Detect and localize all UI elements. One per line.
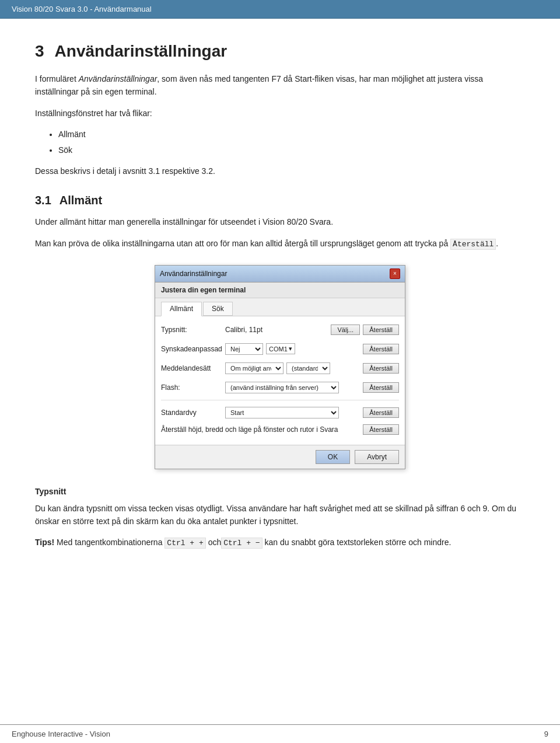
chapter-number: 3 xyxy=(35,42,44,60)
tips-label: Tips! xyxy=(35,538,54,547)
main-content: 3Användarinställningar I formuläret Anvä… xyxy=(0,19,560,605)
ok-button[interactable]: OK xyxy=(316,450,350,464)
control-meddelande: Om möjligt använd (standard) Återställ xyxy=(225,362,399,374)
label-typsnitt: Typsnitt: xyxy=(161,326,225,334)
row-flash: Flash: (använd inställning från server) … xyxy=(161,380,399,395)
row-meddelande: Meddelandesätt Om möjligt använd (standa… xyxy=(161,361,399,376)
cancel-button[interactable]: Avbryt xyxy=(355,450,399,464)
row-standardvy: Standardvy Start Återställ xyxy=(161,405,399,420)
dialog-box: Användarinställningar × Justera din egen… xyxy=(155,265,405,469)
flash-reset-button[interactable]: Återställ xyxy=(363,382,399,393)
subsection-typsnitt-label: Typsnitt xyxy=(35,487,525,496)
control-synskada: Nej COM1 ▾ Återställ xyxy=(225,343,399,355)
synskada-select[interactable]: Nej xyxy=(225,343,263,355)
intro-para-1: I formuläret Användarinställningar, som … xyxy=(35,72,525,99)
dialog-separator xyxy=(161,400,399,400)
standardvy-reset-button[interactable]: Återställ xyxy=(363,407,399,418)
footer-bar: Enghouse Interactive - Vision 9 xyxy=(0,724,560,743)
dialog-body: Typsnitt: Calibri, 11pt Välj... Återstäl… xyxy=(155,316,405,445)
typsnitt-reset-button[interactable]: Återställ xyxy=(363,325,399,335)
dialog-container: Användarinställningar × Justera din egen… xyxy=(35,265,525,469)
bullet-sok: Sök xyxy=(58,144,525,156)
standardvy-select[interactable]: Start xyxy=(225,407,339,418)
dialog-tabs: Allmänt Sök xyxy=(155,298,405,316)
label-standardvy: Standardvy xyxy=(161,409,225,417)
section-31-title: 3.1Allmänt xyxy=(35,194,525,207)
label-meddelande: Meddelandesätt xyxy=(161,364,225,372)
intro-para-3: Dessa beskrivs i detalj i avsnitt 3.1 re… xyxy=(35,165,525,177)
typsnitt-value: Calibri, 11pt xyxy=(225,326,262,334)
dialog-titlebar: Användarinställningar × xyxy=(155,266,405,282)
feature-list: Allmänt Sök xyxy=(58,128,525,156)
header-bar: Vision 80/20 Svara 3.0 - Användarmanual xyxy=(0,0,560,19)
aterstall-hjd-button[interactable]: Återställ xyxy=(363,424,399,435)
meddelande-sub-select[interactable]: (standard) xyxy=(286,362,330,374)
chapter-title-text: Användarinställningar xyxy=(55,42,228,60)
dialog-title: Användarinställningar xyxy=(160,270,227,278)
ctrl-plus-code: Ctrl + + xyxy=(164,538,205,549)
dialog-close-button[interactable]: × xyxy=(390,268,400,279)
footer-right: 9 xyxy=(544,730,548,738)
row-typsnitt: Typsnitt: Calibri, 11pt Välj... Återstäl… xyxy=(161,322,399,337)
footer-left: Enghouse Interactive - Vision xyxy=(12,730,110,738)
tips-paragraph: Tips! Med tangentkombinationerna Ctrl + … xyxy=(35,536,525,550)
tab-allman[interactable]: Allmänt xyxy=(161,302,202,316)
flash-select[interactable]: (använd inställning från server) xyxy=(225,382,339,393)
ctrl-minus-code: Ctrl + − xyxy=(221,538,262,549)
chapter-title: 3Användarinställningar xyxy=(35,42,525,61)
label-flash: Flash: xyxy=(161,383,225,392)
label-synskada: Synskadeanpassad xyxy=(161,345,225,353)
tips-text2: kan du snabbt göra textstorleken större … xyxy=(265,538,452,547)
bullet-allm: Allmänt xyxy=(58,128,525,141)
control-flash: (använd inställning från server) Återstä… xyxy=(225,382,399,393)
meddelande-select[interactable]: Om möjligt använd xyxy=(225,362,284,374)
dialog-footer: OK Avbryt xyxy=(155,445,405,469)
subsection-para1: Du kan ändra typsnitt om vissa tecken vi… xyxy=(35,502,525,528)
com1-select[interactable]: COM1 ▾ xyxy=(266,343,295,354)
row-synskada: Synskadeanpassad Nej COM1 ▾ Återställ xyxy=(161,341,399,357)
aterstall-text: Återställ höjd, bredd och läge på fönste… xyxy=(161,425,358,434)
control-typsnitt: Calibri, 11pt Välj... Återställ xyxy=(225,325,399,335)
section-31-para2: Man kan pröva de olika inställningarna u… xyxy=(35,237,525,251)
synskada-reset-button[interactable]: Återställ xyxy=(363,344,399,354)
dialog-subtitle: Justera din egen terminal xyxy=(155,282,405,298)
header-title: Vision 80/20 Svara 3.0 - Användarmanual xyxy=(12,5,152,13)
row-aterstall-hjd: Återställ höjd, bredd och läge på fönste… xyxy=(161,424,399,435)
section-31-para1: Under allmänt hittar man generella instä… xyxy=(35,215,525,228)
tips-text1: Med tangentkombinationerna xyxy=(57,538,164,547)
typsnitt-choose-button[interactable]: Välj... xyxy=(331,325,360,335)
meddelande-reset-button[interactable]: Återställ xyxy=(363,363,399,374)
control-standardvy: Start Återställ xyxy=(225,407,399,418)
intro-para-2: Inställningsfönstret har två flikar: xyxy=(35,107,525,120)
tips-och: och xyxy=(208,538,222,547)
tab-sok[interactable]: Sök xyxy=(203,302,233,316)
